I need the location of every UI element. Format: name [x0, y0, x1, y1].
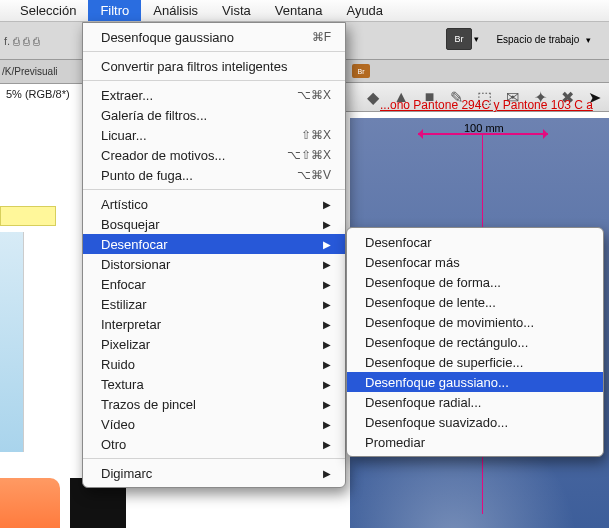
menu-item-label: Desenfoque gaussiano [101, 30, 300, 45]
note-icon [0, 206, 56, 226]
menu-item-last-filter[interactable]: Desenfoque gaussiano ⌘F [83, 27, 345, 47]
menu-item[interactable]: Licuar...⇧⌘X [83, 125, 345, 145]
shortcut-label: ⌥⌘X [297, 88, 331, 102]
separator [83, 189, 345, 190]
filtro-menu: Desenfoque gaussiano ⌘F Convertir para f… [82, 22, 346, 488]
desenfocar-submenu: DesenfocarDesenfocar másDesenfoque de fo… [346, 227, 604, 457]
separator [83, 458, 345, 459]
annotation-text: ...ono Pantone 294C y Pantone 103 C a [380, 98, 593, 112]
chevron-right-icon: ▶ [323, 468, 331, 479]
menu-item-label: Desenfocar más [365, 255, 589, 270]
workspace-label: Espacio de trabajo [496, 34, 579, 45]
menu-item-label: Convertir para filtros inteligentes [101, 59, 331, 74]
menu-item[interactable]: Bosquejar▶ [83, 214, 345, 234]
submenu-item[interactable]: Desenfoque de movimiento... [347, 312, 603, 332]
menu-item[interactable]: Trazos de pincel▶ [83, 394, 345, 414]
menu-ventana[interactable]: Ventana [263, 0, 335, 21]
submenu-item[interactable]: Desenfoque radial... [347, 392, 603, 412]
menu-filtro[interactable]: Filtro [88, 0, 141, 21]
menu-item[interactable]: Estilizar▶ [83, 294, 345, 314]
menu-item[interactable]: Otro▶ [83, 434, 345, 454]
tool-icon[interactable]: ◆ [366, 86, 379, 108]
bridge-button[interactable]: Br ▾ [446, 28, 479, 50]
menu-item[interactable]: Pixelizar▶ [83, 334, 345, 354]
menu-ayuda[interactable]: Ayuda [334, 0, 395, 21]
submenu-item[interactable]: Desenfoque de lente... [347, 292, 603, 312]
mini-bridge-icon[interactable]: Br [352, 64, 370, 78]
chevron-right-icon: ▶ [323, 259, 331, 270]
submenu-item[interactable]: Desenfoque de superficie... [347, 352, 603, 372]
menu-item-label: Desenfocar [365, 235, 589, 250]
menu-vista[interactable]: Vista [210, 0, 263, 21]
menu-item-label: Pixelizar [101, 337, 323, 352]
menu-item-label: Trazos de pincel [101, 397, 323, 412]
left-panel: x [0, 120, 80, 528]
measurement-arrow [418, 133, 548, 136]
menu-item-label: Ruido [101, 357, 323, 372]
thumbnail [0, 232, 24, 452]
submenu-item[interactable]: Promediar [347, 432, 603, 452]
menu-item-label: Desenfoque de lente... [365, 295, 589, 310]
submenu-item[interactable]: Desenfoque suavizado... [347, 412, 603, 432]
menu-item[interactable]: Galería de filtros... [83, 105, 345, 125]
submenu-item[interactable]: Desenfocar [347, 232, 603, 252]
menu-item-label: Interpretar [101, 317, 323, 332]
menu-seleccion[interactable]: Selección [8, 0, 88, 21]
submenu-item[interactable]: Desenfocar más [347, 252, 603, 272]
menu-item-label: Extraer... [101, 88, 285, 103]
menu-item[interactable]: Distorsionar▶ [83, 254, 345, 274]
document-info: 5% (RGB/8*) [0, 84, 76, 104]
menubar: Selección Filtro Análisis Vista Ventana … [0, 0, 609, 22]
menu-item-label: Punto de fuga... [101, 168, 285, 183]
separator [83, 80, 345, 81]
chevron-down-icon: ▾ [474, 34, 479, 44]
menu-item-label: Desenfoque de forma... [365, 275, 589, 290]
menu-item-label: Artístico [101, 197, 323, 212]
menu-item[interactable]: Enfocar▶ [83, 274, 345, 294]
menu-item[interactable]: Textura▶ [83, 374, 345, 394]
menu-item-label: Desenfoque radial... [365, 395, 589, 410]
menu-analisis[interactable]: Análisis [141, 0, 210, 21]
menu-item-label: Vídeo [101, 417, 323, 432]
menu-item[interactable]: Punto de fuga...⌥⌘V [83, 165, 345, 185]
menu-item-label: Otro [101, 437, 323, 452]
menu-item-digimarc[interactable]: Digimarc ▶ [83, 463, 345, 483]
chevron-right-icon: ▶ [323, 419, 331, 430]
menu-item[interactable]: Extraer...⌥⌘X [83, 85, 345, 105]
chevron-right-icon: ▶ [323, 339, 331, 350]
menu-item[interactable]: Vídeo▶ [83, 414, 345, 434]
chevron-right-icon: ▶ [323, 359, 331, 370]
shortcut-label: ⌘F [312, 30, 331, 44]
menu-item-label: Digimarc [101, 466, 323, 481]
chevron-right-icon: ▶ [323, 399, 331, 410]
submenu-item[interactable]: Desenfoque de forma... [347, 272, 603, 292]
workspace-switcher[interactable]: Espacio de trabajo ▾ [496, 34, 591, 45]
menu-item-label: Licuar... [101, 128, 289, 143]
menu-item[interactable]: Creador de motivos...⌥⇧⌘X [83, 145, 345, 165]
submenu-item[interactable]: Desenfoque de rectángulo... [347, 332, 603, 352]
document-tab[interactable]: /K/Previsuali [2, 66, 58, 77]
menu-item-label: Creador de motivos... [101, 148, 275, 163]
shortcut-label: ⇧⌘X [301, 128, 331, 142]
chevron-right-icon: ▶ [323, 239, 331, 250]
menu-item[interactable]: Artístico▶ [83, 194, 345, 214]
menu-item-label: Desenfoque suavizado... [365, 415, 589, 430]
submenu-item[interactable]: Desenfoque gaussiano... [347, 372, 603, 392]
shortcut-label: ⌥⇧⌘X [287, 148, 331, 162]
bridge-icon: Br [446, 28, 472, 50]
chevron-right-icon: ▶ [323, 299, 331, 310]
menu-item[interactable]: Desenfocar▶ [83, 234, 345, 254]
menu-item-convert[interactable]: Convertir para filtros inteligentes [83, 56, 345, 76]
menu-item-label: Textura [101, 377, 323, 392]
menu-item-label: Promediar [365, 435, 589, 450]
menu-item-label: Galería de filtros... [101, 108, 331, 123]
chevron-right-icon: ▶ [323, 379, 331, 390]
menu-item-label: Desenfoque de rectángulo... [365, 335, 589, 350]
menu-item-label: Desenfoque gaussiano... [365, 375, 589, 390]
menu-item-label: Desenfoque de superficie... [365, 355, 589, 370]
menu-item-label: Distorsionar [101, 257, 323, 272]
menu-item[interactable]: Ruido▶ [83, 354, 345, 374]
chevron-right-icon: ▶ [323, 279, 331, 290]
shortcut-label: ⌥⌘V [297, 168, 331, 182]
menu-item[interactable]: Interpretar▶ [83, 314, 345, 334]
